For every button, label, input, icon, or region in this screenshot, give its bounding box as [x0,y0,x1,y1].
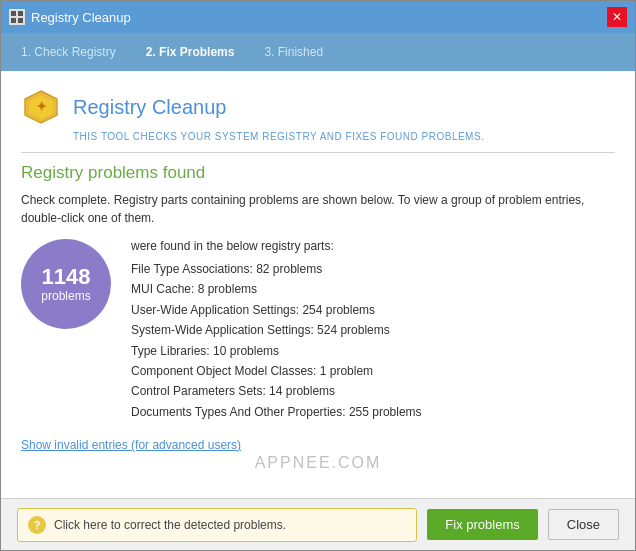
svg-rect-2 [11,18,16,23]
watermark: APPNEE.COM [21,454,615,472]
problem-item: User-Wide Application Settings: 254 prob… [131,300,615,320]
title-bar: Registry Cleanup ✕ [1,1,635,33]
problem-item: MUI Cache: 8 problems [131,279,615,299]
step-3: 3. Finished [264,45,323,59]
problems-count: 1148 [42,265,91,289]
problem-item: Component Object Model Classes: 1 proble… [131,361,615,381]
problems-area: 1148 problems were found in the below re… [21,239,615,422]
svg-text:✦: ✦ [36,99,47,114]
app-icon [9,9,25,25]
step-2: 2. Fix Problems [146,45,235,59]
step-1: 1. Check Registry [21,45,116,59]
problems-title: Registry problems found [21,163,615,183]
show-invalid-link[interactable]: Show invalid entries (for advanced users… [21,438,615,452]
problem-items-container: File Type Associations: 82 problemsMUI C… [131,259,615,422]
registry-icon: ✦ [21,87,61,127]
title-bar-left: Registry Cleanup [9,9,131,25]
description-text: Check complete. Registry parts containin… [21,191,615,227]
header-title: Registry Cleanup [73,96,226,119]
found-text: were found in the below registry parts: [131,239,615,253]
problems-label: problems [41,289,90,303]
info-icon: ? [28,516,46,534]
main-content: ✦ Registry Cleanup THIS TOOL CHECKS YOUR… [1,71,635,498]
svg-rect-1 [18,11,23,16]
problems-badge: 1148 problems [21,239,111,329]
problem-item: Documents Types And Other Properties: 25… [131,402,615,422]
svg-rect-0 [11,11,16,16]
close-button[interactable]: Close [548,509,619,540]
close-window-button[interactable]: ✕ [607,7,627,27]
info-banner-text: Click here to correct the detected probl… [54,518,286,532]
info-banner[interactable]: ? Click here to correct the detected pro… [17,508,417,542]
problem-item: File Type Associations: 82 problems [131,259,615,279]
main-window: Registry Cleanup ✕ 1. Check Registry 2. … [0,0,636,551]
problem-item: Control Parameters Sets: 14 problems [131,381,615,401]
divider [21,152,615,153]
footer: ? Click here to correct the detected pro… [1,498,635,550]
window-title: Registry Cleanup [31,10,131,25]
header-subtitle: THIS TOOL CHECKS YOUR SYSTEM REGISTRY AN… [73,131,615,142]
problem-item: Type Libraries: 10 problems [131,341,615,361]
svg-rect-3 [18,18,23,23]
header-row: ✦ Registry Cleanup [21,87,615,127]
step-bar: 1. Check Registry 2. Fix Problems 3. Fin… [1,33,635,71]
fix-problems-button[interactable]: Fix problems [427,509,537,540]
problems-list: were found in the below registry parts: … [131,239,615,422]
problem-item: System-Wide Application Settings: 524 pr… [131,320,615,340]
